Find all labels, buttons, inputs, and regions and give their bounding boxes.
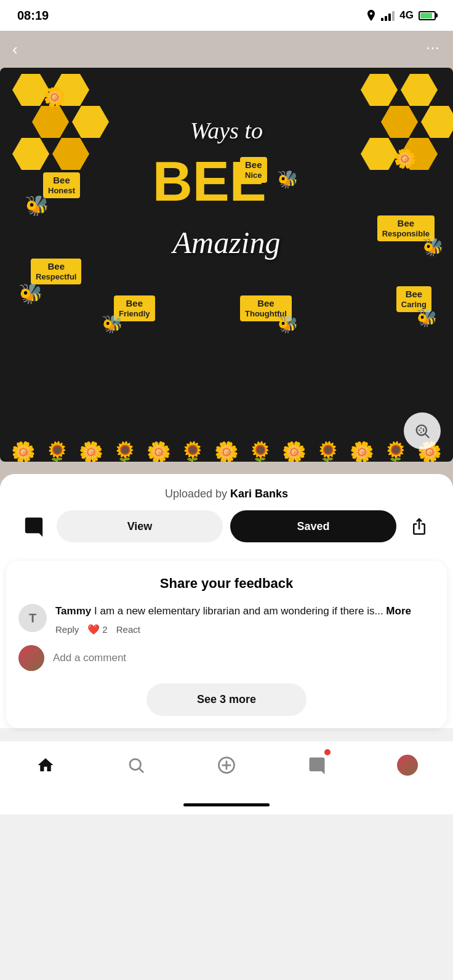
bee-label-respectful: BeeRespectful xyxy=(31,259,81,284)
location-icon xyxy=(366,10,376,21)
add-comment-input[interactable] xyxy=(53,652,435,664)
hex-topleft-5 xyxy=(12,138,49,170)
battery-icon xyxy=(419,11,436,20)
hex-topright-5 xyxy=(361,138,398,170)
flower-6: 🌻 xyxy=(180,442,205,462)
react-button[interactable]: React xyxy=(116,624,140,635)
bee-icon-responsible: 🐝 xyxy=(422,237,444,257)
hex-topright-4 xyxy=(421,106,453,138)
comment-body: Tammy I am a new elementary librarian an… xyxy=(55,604,435,635)
svg-point-1 xyxy=(419,428,423,432)
main-image: ‹ ⋯ 🌼 🌼 Ways to BEE Amazing xyxy=(0,31,453,486)
hex-topright-1 xyxy=(361,74,398,106)
flower-5: 🌼 xyxy=(146,442,171,462)
flower-9: 🌼 xyxy=(282,442,307,462)
action-row: View Saved xyxy=(0,510,453,555)
add-icon xyxy=(217,756,236,774)
visual-search-button[interactable] xyxy=(404,412,441,449)
add-comment-row xyxy=(18,645,435,671)
comment-icon xyxy=(23,516,44,537)
home-icon xyxy=(36,756,55,774)
view-button[interactable]: View xyxy=(57,510,223,542)
hex-topright-2 xyxy=(401,74,438,106)
current-user-avatar xyxy=(18,645,44,671)
nav-add[interactable] xyxy=(208,747,245,784)
messages-icon xyxy=(308,756,326,774)
share-icon xyxy=(410,517,428,536)
nav-profile[interactable] xyxy=(389,747,426,784)
hex-topleft-4 xyxy=(72,106,109,138)
flower-12: 🌻 xyxy=(383,442,408,462)
battery-fill xyxy=(420,13,432,18)
flower-2: 🌻 xyxy=(45,442,70,462)
hex-topleft-3 xyxy=(32,106,69,138)
bee-icon-honest: 🐝 xyxy=(25,194,49,217)
back-button[interactable]: ‹ xyxy=(12,40,18,59)
signal-bar-4 xyxy=(392,11,395,21)
bee-icon-friendly: 🐝 xyxy=(102,314,123,334)
commenter-name: Tammy xyxy=(55,605,91,617)
flower-3: 🌼 xyxy=(79,442,103,462)
nav-home[interactable] xyxy=(27,747,64,784)
bee-label-nice: BeeNice xyxy=(240,157,267,183)
commenter-avatar: T xyxy=(18,604,47,632)
ways-to-text: Ways to xyxy=(190,117,263,144)
comment-content: I am a new elementary librarian and am w… xyxy=(91,605,383,617)
see-more-button[interactable]: See 3 more xyxy=(146,683,307,716)
status-bar: 08:19 4G xyxy=(0,0,453,31)
flowers-row: 🌼 🌻 🌼 🌻 🌼 🌻 🌼 🌻 🌼 🌻 🌼 🌻 🌼 xyxy=(0,412,453,462)
bottom-card: Uploaded by Kari Banks View Saved Share … xyxy=(0,474,453,728)
bee-icon-thoughtful: 🐝 xyxy=(277,314,299,334)
visual-search-icon xyxy=(414,422,431,440)
flower-10: 🌻 xyxy=(316,442,340,462)
search-icon xyxy=(127,756,145,774)
signal-bars xyxy=(381,10,395,21)
comment-more-link[interactable]: More xyxy=(386,605,411,617)
status-time: 08:19 xyxy=(17,9,49,23)
like-number: 2 xyxy=(102,624,107,635)
bulletin-board: 🌼 🌼 Ways to BEE Amazing BeeHonest 🐝 BeeN… xyxy=(0,68,453,462)
uploaded-by-author: Kari Banks xyxy=(230,488,288,500)
feedback-section: Share your feedback T Tammy I am a new e… xyxy=(6,561,447,728)
bee-icon-respectful: 🐝 xyxy=(18,282,43,305)
nav-search[interactable] xyxy=(118,747,154,784)
comment-text: Tammy I am a new elementary librarian an… xyxy=(55,604,435,619)
home-indicator xyxy=(0,796,453,814)
signal-bar-1 xyxy=(381,18,383,21)
hex-topleft-6 xyxy=(52,138,89,170)
flower-7: 🌼 xyxy=(214,442,239,462)
signal-bar-2 xyxy=(385,16,387,21)
user-avatar-image xyxy=(18,645,44,671)
comment-actions: Reply ❤️ 2 React xyxy=(55,624,435,635)
feedback-title: Share your feedback xyxy=(18,576,435,592)
board-content: 🌼 🌼 Ways to BEE Amazing BeeHonest 🐝 BeeN… xyxy=(0,68,453,462)
share-button[interactable] xyxy=(404,511,435,542)
flower-11: 🌼 xyxy=(350,442,374,462)
flower-8: 🌻 xyxy=(248,442,273,462)
hex-topright-3 xyxy=(381,106,418,138)
comment-row: T Tammy I am a new elementary librarian … xyxy=(18,604,435,635)
bee-icon-nice: 🐝 xyxy=(277,169,299,190)
reply-button[interactable]: Reply xyxy=(55,624,79,635)
nav-messages[interactable] xyxy=(299,747,335,784)
flower-4: 🌻 xyxy=(113,442,137,462)
amazing-text: Amazing xyxy=(173,225,281,260)
bottom-nav xyxy=(0,741,453,796)
heart-icon: ❤️ xyxy=(87,624,100,635)
bee-icon-caring: 🐝 xyxy=(416,308,438,328)
like-count: ❤️ 2 xyxy=(87,624,107,635)
saved-button[interactable]: Saved xyxy=(230,510,396,542)
uploaded-by-prefix: Uploaded by xyxy=(165,488,227,500)
network-type: 4G xyxy=(399,9,414,22)
comment-icon-button[interactable] xyxy=(18,511,49,542)
signal-bar-3 xyxy=(388,14,391,21)
flower-1: 🌼 xyxy=(11,442,36,462)
notification-dot xyxy=(324,749,331,755)
daisy-topright: 🌼 xyxy=(393,148,416,169)
daisy-topleft: 🌼 xyxy=(43,86,66,108)
more-options-button[interactable]: ⋯ xyxy=(426,40,441,56)
status-icons: 4G xyxy=(366,9,436,22)
home-bar xyxy=(183,803,270,806)
profile-avatar xyxy=(397,755,418,776)
uploaded-by: Uploaded by Kari Banks xyxy=(0,474,453,510)
